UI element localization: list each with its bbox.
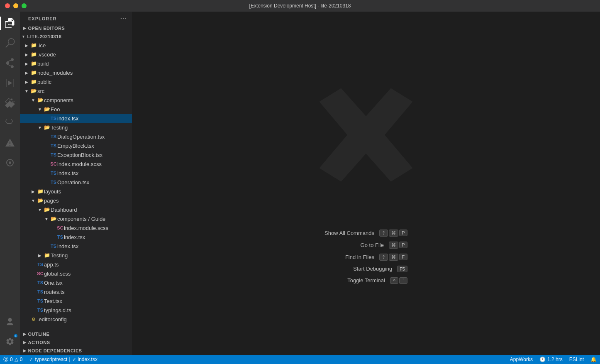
check-icon-2: ✓ (72, 357, 76, 362)
expand-arrow: ▶ (23, 80, 30, 84)
chevron-right-icon: ▶ (23, 349, 27, 353)
status-right: AppWorks 🕐 1.2 hrs ESLint 🔔 (507, 355, 600, 364)
activity-problems[interactable] (0, 133, 20, 153)
shortcut-label: Find in Files (345, 254, 374, 260)
shortcut-go-to-file: Go to File ⌘ P (361, 242, 407, 249)
check-icon: ✓ (29, 357, 33, 362)
activity-run[interactable] (0, 73, 20, 93)
tree-item-dialog-operation[interactable]: TS DialogOperation.tsx (20, 132, 132, 141)
open-editors-section: ▶ Open Editors (20, 24, 132, 32)
close-button[interactable] (5, 3, 10, 8)
tree-item-global-scss[interactable]: SC global.scss (20, 269, 132, 278)
tree-item-empty-block[interactable]: TS EmptyBlock.tsx (20, 141, 132, 150)
tree-item-testing[interactable]: ▼ 📂 Testing (20, 123, 132, 132)
ts-file-icon: TS (37, 298, 44, 303)
tree-item-testing-index[interactable]: TS index.tsx (20, 169, 132, 178)
activity-explorer[interactable] (0, 13, 20, 33)
shortcut-label: Go to File (361, 242, 384, 248)
tree-item-exception-block[interactable]: TS ExceptionBlock.tsx (20, 150, 132, 159)
sidebar-title: Explorer (28, 16, 57, 21)
status-appworks[interactable]: AppWorks (507, 355, 536, 364)
actions-toggle[interactable]: ▶ Actions (20, 338, 132, 347)
file-tree: ▶ 📁 .ice ▶ 📁 .vscode ▶ 📁 build ▶ (20, 41, 132, 330)
status-bar: ⓪ 0 △ 0 ✓ typescriptreact | ✓ index.tsx … (0, 355, 600, 364)
status-branch[interactable]: ✓ typescriptreact | ✓ index.tsx (26, 355, 101, 364)
folder-icon: 📂 (43, 207, 51, 213)
ts-file-icon: TS (50, 134, 57, 139)
project-label: LITE-20210318 (27, 34, 61, 39)
tree-item-src[interactable]: ▼ 📂 src (20, 86, 132, 95)
tree-item-public[interactable]: ▶ 📁 public (20, 77, 132, 86)
open-editors-toggle[interactable]: ▶ Open Editors (20, 24, 132, 32)
activity-accounts[interactable] (0, 312, 20, 332)
expand-arrow: ▼ (37, 208, 43, 212)
shortcut-find-in-files: Find in Files ⇧ ⌘ F (345, 254, 407, 261)
tree-item-dashboard[interactable]: ▼ 📂 Dashboard (20, 205, 132, 214)
status-bell[interactable]: 🔔 (587, 355, 600, 364)
tree-item-guide-index[interactable]: TS index.tsx (20, 232, 132, 242)
expand-arrow: ▶ (23, 71, 30, 75)
activity-source-control[interactable] (0, 53, 20, 73)
activity-remote[interactable] (0, 153, 20, 173)
tree-item-index-module-scss[interactable]: SC index.module.scss (20, 159, 132, 169)
folder-icon: 📂 (43, 125, 51, 130)
project-toggle[interactable]: ▼ LITE-20210318 (20, 32, 132, 41)
tree-item-components[interactable]: ▼ 📂 components (20, 95, 132, 105)
tree-item-foo-index[interactable]: TS index.tsx (20, 114, 132, 123)
status-eslint[interactable]: ESLint (566, 355, 587, 364)
folder-icon: 📂 (50, 216, 57, 222)
shortcut-keys: ^ ` (390, 277, 407, 284)
tree-item-foo[interactable]: ▼ 📂 Foo (20, 105, 132, 114)
expand-arrow: ▶ (37, 253, 43, 258)
config-file-icon: ⚙ (30, 317, 37, 322)
folder-icon: 📂 (30, 88, 37, 94)
ts-file-icon: TS (50, 116, 57, 121)
activity-search[interactable] (0, 33, 20, 53)
activity-settings[interactable]: 1 (0, 332, 20, 352)
outline-toggle[interactable]: ▶ Outline (20, 330, 132, 338)
tree-item-app-ts[interactable]: TS app.ts (20, 260, 132, 269)
ts-file-icon: TS (50, 180, 57, 185)
tree-item-pages-testing[interactable]: ▶ 📁 Testing (20, 251, 132, 260)
svg-point-1 (9, 161, 11, 164)
key-shift: ⇧ (379, 230, 388, 237)
tree-item-node-modules[interactable]: ▶ 📁 node_modules (20, 68, 132, 77)
titlebar: [Extension Development Host] - lite-2021… (0, 0, 600, 12)
ts-file-icon: TS (56, 235, 64, 239)
tree-item-pages[interactable]: ▼ 📂 pages (20, 196, 132, 205)
key-p: P (399, 242, 407, 248)
activity-testing[interactable] (0, 113, 20, 133)
tree-item-editorconfig[interactable]: ⚙ .editorconfig (20, 315, 132, 324)
minimize-button[interactable] (13, 3, 18, 8)
sidebar-more-icon[interactable]: ··· (120, 15, 127, 22)
tree-item-typings-d-ts[interactable]: TS typings.d.ts (20, 305, 132, 315)
status-errors[interactable]: ⓪ 0 △ 0 (0, 355, 26, 364)
expand-arrow: ▼ (37, 107, 43, 112)
node-deps-toggle[interactable]: ▶ Node Dependencies (20, 347, 132, 355)
tree-item-one-tsx[interactable]: TS One.tsx (20, 278, 132, 287)
tree-item-operation[interactable]: TS Operation.tsx (20, 178, 132, 187)
file-label: index.tsx (78, 357, 98, 362)
sidebar: Explorer ··· ▶ Open Editors ▼ LITE-20210… (20, 12, 132, 355)
folder-icon: 📂 (43, 106, 51, 112)
folder-icon: 📂 (37, 97, 44, 103)
tree-item-test-tsx[interactable]: TS Test.tsx (20, 296, 132, 305)
tree-item-components-guide[interactable]: ▼ 📂 components / Guide (20, 214, 132, 223)
maximize-button[interactable] (22, 3, 27, 8)
tree-item-build[interactable]: ▶ 📁 build (20, 59, 132, 68)
tree-item-layouts[interactable]: ▶ 📁 layouts (20, 187, 132, 196)
status-time[interactable]: 🕐 1.2 hrs (536, 355, 566, 364)
outline-section: ▶ Outline (20, 330, 132, 338)
tree-item-ice[interactable]: ▶ 📁 .ice (20, 41, 132, 50)
ts-file-icon: TS (50, 152, 57, 157)
expand-arrow: ▼ (43, 217, 50, 221)
tree-item-vscode[interactable]: ▶ 📁 .vscode (20, 50, 132, 59)
expand-arrow: ▶ (30, 189, 37, 194)
activity-extensions[interactable] (0, 93, 20, 113)
ts-file-icon: TS (50, 244, 57, 249)
shortcuts-container: Show All Commands ⇧ ⌘ P Go to File ⌘ P F… (324, 230, 407, 284)
expand-arrow: ▼ (30, 198, 37, 203)
tree-item-dashboard-index[interactable]: TS index.tsx (20, 242, 132, 251)
tree-item-routes-ts[interactable]: TS routes.ts (20, 287, 132, 296)
tree-item-guide-scss[interactable]: SC index.module.scss (20, 223, 132, 232)
